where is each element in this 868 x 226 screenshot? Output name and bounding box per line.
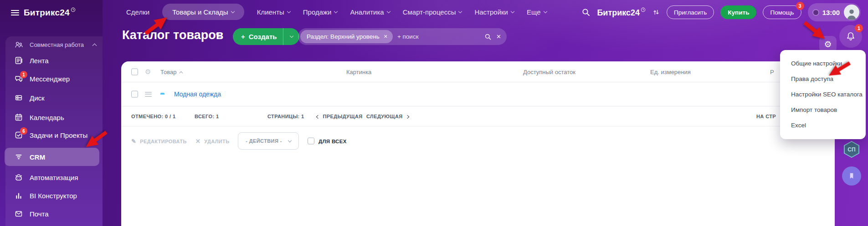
sidebar-item-bi-builder[interactable]: BI Конструктор (5, 186, 103, 205)
sidebar-item-crm[interactable]: CRM (5, 148, 99, 166)
menu-item-import-products[interactable]: Импорт товаров (780, 102, 866, 118)
search-icon[interactable] (484, 33, 492, 40)
column-label: Картинка (346, 68, 371, 75)
nav-label: Товары и Склады (172, 8, 228, 16)
nav-item-settings[interactable]: Настройки (474, 4, 514, 20)
sp-badge[interactable]: СП (844, 141, 859, 158)
pin-icon[interactable]: ✎ (215, 31, 221, 40)
buy-button[interactable]: Купить (720, 5, 756, 19)
for-all-checkbox[interactable] (308, 138, 314, 145)
filter-tag-section[interactable]: Раздел: Верхний уровень ✕ (300, 30, 393, 43)
help-label: Помощь (770, 9, 794, 16)
sidebar-item-label: Задачи и Проекты (30, 131, 87, 139)
sidebar-item-automation[interactable]: Автоматизация (5, 168, 103, 186)
plus-icon: + (241, 33, 245, 40)
nav-item-sales[interactable]: Продажи (303, 4, 338, 20)
for-all-checkbox-group[interactable]: ДЛЯ ВСЕХ (308, 138, 347, 145)
sidebar-item-disk[interactable]: Диск (5, 89, 103, 107)
hamburger-menu-icon[interactable] (11, 9, 19, 17)
column-header-cut[interactable]: Р (770, 68, 774, 75)
grid-actions-panel: ✎РЕДАКТИРОВАТЬ ✕УДАЛИТЬ - ДЕЙСТВИЯ - ДЛЯ… (121, 130, 835, 152)
invite-button[interactable]: Пригласить (667, 5, 714, 19)
sidebar-logo[interactable]: Битрикс24 (24, 7, 76, 18)
bar-chart-icon (14, 191, 24, 200)
chevron-down-icon (288, 138, 291, 142)
menu-item-seo-settings[interactable]: Настройки SEO каталога (780, 87, 866, 102)
nav-label: Клиенты (257, 8, 284, 16)
robot-icon (14, 173, 24, 182)
remove-filter-icon[interactable]: ✕ (384, 34, 388, 40)
column-header-picture[interactable]: Картинка (346, 68, 371, 75)
sidebar-item-messenger[interactable]: 1 Мессенджер (5, 70, 103, 88)
sidebar-item-label: Диск (30, 94, 45, 102)
sidebar: Битрикс24 Совместная работа Лента 1 Месс… (0, 0, 103, 226)
menu-item-excel[interactable]: Excel (780, 118, 866, 133)
create-button[interactable]: +Создать (233, 28, 299, 45)
menu-item-access-rights[interactable]: Права доступа (780, 71, 866, 87)
feed-icon (14, 56, 24, 65)
nav-item-clients[interactable]: Клиенты (257, 4, 290, 20)
prev-page-button[interactable]: ПРЕДЫДУЩАЯ (315, 114, 363, 119)
bookmark-button[interactable] (842, 166, 861, 186)
column-label: Товар (160, 68, 176, 75)
table-row[interactable]: Модная одежда (121, 82, 835, 106)
chevron-down-icon (458, 9, 462, 13)
sidebar-item-feed[interactable]: Лента (5, 51, 103, 70)
menu-item-general-settings[interactable]: Общие настройки (780, 56, 866, 71)
chevron-up-icon[interactable] (92, 43, 97, 48)
grid-footer: ОТМЕЧЕНО: 0 / 1 ВСЕГО: 1 СТРАНИЦЫ: 1 ПРЕ… (121, 106, 835, 126)
delete-button[interactable]: ✕УДАЛИТЬ (195, 138, 230, 145)
column-header-unit[interactable]: Ед. измерения (650, 68, 691, 75)
sidebar-item-tasks-projects[interactable]: 6 Задачи и Проекты (5, 126, 103, 144)
row-checkbox[interactable] (131, 91, 138, 98)
create-dropdown-button[interactable] (283, 28, 299, 45)
per-page-selector[interactable]: НА СТР (756, 114, 776, 119)
avatar[interactable] (844, 5, 859, 20)
delete-label: УДАЛИТЬ (204, 138, 229, 144)
chevron-down-icon (511, 9, 514, 13)
edit-button[interactable]: ✎РЕДАКТИРОВАТЬ (131, 138, 187, 145)
row-link[interactable]: Модная одежда (174, 90, 221, 98)
actions-dropdown[interactable]: - ДЕЙСТВИЯ - (238, 132, 299, 150)
actions-label: - ДЕЙСТВИЯ - (246, 138, 282, 144)
mail-icon (14, 209, 24, 218)
plus-icon: + (397, 33, 401, 40)
sidebar-item-mail[interactable]: Почта (5, 205, 103, 223)
tasks-badge: 6 (20, 127, 27, 135)
search-icon[interactable] (581, 8, 591, 17)
sidebar-group-collaboration[interactable]: Совместная работа (5, 38, 103, 51)
nav-item-more[interactable]: Еще (527, 4, 547, 20)
chevron-down-icon (287, 9, 291, 13)
notifications-bell-icon[interactable]: 1 (839, 25, 862, 48)
clock-icon (71, 7, 76, 12)
drag-handle-icon[interactable] (145, 90, 152, 98)
nav-item-deals[interactable]: Сделки (126, 4, 149, 20)
column-label: Ед. измерения (650, 68, 691, 75)
column-header-product[interactable]: Товар (160, 68, 182, 75)
columns-gear-icon[interactable]: ⚙ (145, 68, 151, 76)
nav-item-smart-processes[interactable]: Смарт-процессы (403, 4, 462, 20)
edit-label: РЕДАКТИРОВАТЬ (140, 138, 186, 144)
search-input[interactable]: + поиск (397, 33, 480, 40)
nav-item-analytics[interactable]: Аналитика (350, 4, 390, 20)
work-time-widget[interactable]: 13:00 (808, 3, 861, 21)
sp-badge-label: СП (847, 146, 855, 153)
clear-search-icon[interactable]: ✕ (496, 33, 501, 40)
sync-arrows-icon[interactable] (652, 8, 660, 16)
next-page-button[interactable]: СЛЕДУЮЩАЯ (366, 114, 411, 119)
filter-search-bar[interactable]: Раздел: Верхний уровень ✕ + поиск ✕ (298, 28, 507, 45)
column-header-stock[interactable]: Доступный остаток (523, 68, 575, 75)
calendar-icon (14, 113, 24, 122)
chevron-down-icon (334, 9, 338, 13)
bitrix24-app: Сделки Товары и Склады Клиенты Продажи А… (0, 0, 868, 226)
grid-header-row: ⚙ Товар Картинка Доступный остаток Ед. и… (121, 61, 835, 82)
sidebar-item-label: Мессенджер (30, 75, 70, 83)
select-all-checkbox[interactable] (131, 68, 138, 75)
disk-icon (14, 93, 24, 102)
crm-funnel-icon (14, 152, 24, 161)
nav-item-products-warehouses[interactable]: Товары и Склады (162, 4, 244, 20)
sidebar-item-calendar[interactable]: Календарь (5, 108, 103, 126)
help-button[interactable]: Помощь3 (763, 5, 801, 19)
checked-counter: ОТМЕЧЕНО: 0 / 1 (131, 114, 175, 119)
brand-logo[interactable]: Битрикс24 (597, 7, 646, 18)
